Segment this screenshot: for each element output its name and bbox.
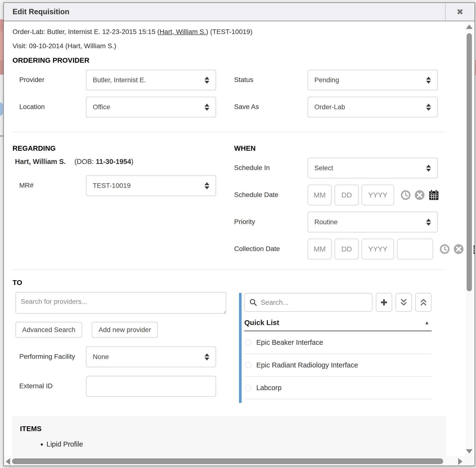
schedule-date-row: Schedule Date [234, 185, 446, 205]
dob-prefix: (DOB: [74, 158, 96, 165]
mr-label: MR# [13, 175, 86, 190]
clock-icon[interactable] [439, 244, 450, 254]
schedule-in-select[interactable]: Select [308, 158, 438, 178]
quick-list-search-input[interactable] [261, 298, 368, 307]
priority-row: Priority Routine [234, 212, 446, 233]
panel-accent-bar [239, 293, 242, 403]
status-row: Status Pending [234, 70, 446, 90]
radio-icon [245, 362, 252, 368]
select-arrows-icon [205, 104, 209, 111]
priority-label: Priority [234, 212, 308, 227]
provider-select[interactable]: Butler, Internist E. [86, 70, 216, 90]
provider-search-textarea[interactable] [15, 292, 226, 314]
schedule-date-year-input[interactable] [362, 185, 394, 205]
collection-date-year-input[interactable] [362, 239, 394, 259]
background-page-fragment [0, 19, 3, 31]
quick-list-search-box[interactable] [244, 293, 372, 312]
patient-link[interactable]: Hart, William S. [159, 28, 206, 35]
add-recipient-button[interactable] [376, 293, 392, 312]
priority-select[interactable]: Routine [308, 212, 438, 233]
save-as-label: Save As [234, 97, 308, 112]
quick-list-item[interactable]: Epic Radiant Radiology Interface [244, 354, 432, 377]
advanced-search-button[interactable]: Advanced Search [15, 322, 82, 338]
schedule-in-row: Schedule In Select [234, 158, 446, 178]
horizontal-scrollbar-thumb[interactable] [12, 458, 443, 464]
vertical-scrollbar[interactable] [465, 22, 474, 456]
dob-suffix: ) [131, 158, 133, 165]
dialog-title: Edit Requisition [4, 7, 69, 16]
performing-facility-select[interactable]: None [86, 347, 216, 367]
quick-list-panel: Quick List ▲ Epic Beaker Interface Epic … [239, 293, 432, 403]
quick-list-item-label: Labcorp [256, 384, 282, 392]
save-as-row: Save As Order-Lab [234, 97, 446, 117]
quick-list-item[interactable]: Epic Beaker Interface [244, 331, 432, 354]
schedule-date-month-input[interactable] [308, 185, 332, 205]
select-arrows-icon [205, 182, 209, 189]
save-as-select-value: Order-Lab [314, 103, 345, 111]
performing-facility-row: Performing Facility None [13, 347, 224, 367]
quick-list-header[interactable]: Quick List ▲ [244, 317, 432, 331]
collapse-section-icon[interactable]: ▲ [424, 320, 431, 325]
select-arrows-icon [426, 165, 431, 172]
order-summary-prefix: Order-Lab: Butler, Internist E. 12-23-20… [13, 28, 159, 35]
mr-select[interactable]: TEST-10019 [86, 175, 216, 196]
external-id-row: External ID [13, 376, 224, 397]
save-as-select[interactable]: Order-Lab [308, 97, 438, 117]
status-label: Status [234, 70, 308, 85]
quick-list-item-label: Epic Radiant Radiology Interface [256, 361, 358, 369]
clear-date-icon[interactable] [453, 244, 464, 254]
status-select[interactable]: Pending [308, 70, 438, 90]
provider-select-value: Butler, Internist E. [93, 76, 146, 84]
clock-icon[interactable] [400, 190, 411, 200]
double-chevron-up-icon [420, 298, 427, 307]
external-id-label: External ID [13, 376, 86, 391]
external-id-input[interactable] [86, 376, 216, 397]
background-page-fragment [0, 60, 3, 75]
order-summary-suffix: ) (TEST-10019) [206, 28, 252, 35]
regarding-heading: REGARDING [13, 145, 224, 152]
quick-list-item-label: Epic Beaker Interface [256, 338, 323, 347]
patient-dob-line: Hart, William S. (DOB: 11-30-1954) [15, 158, 224, 166]
collection-time-input[interactable] [397, 239, 433, 259]
select-arrows-icon [426, 104, 431, 111]
section-divider [13, 270, 446, 270]
search-icon [249, 298, 257, 307]
quick-list-item[interactable]: Labcorp [244, 377, 432, 399]
scroll-up-arrow-icon[interactable] [466, 25, 473, 29]
scroll-left-arrow-icon[interactable] [6, 458, 10, 465]
calendar-icon[interactable] [428, 189, 439, 201]
dob-value: 11-30-1954 [96, 158, 131, 165]
collection-date-row: Collection Date [234, 239, 446, 259]
background-page-fragment [0, 102, 3, 116]
items-section: ITEMS Lipid Profile [13, 416, 446, 456]
expand-all-button[interactable] [395, 293, 412, 312]
schedule-date-label: Schedule Date [234, 185, 308, 200]
scroll-down-arrow-icon[interactable] [466, 449, 473, 453]
performing-facility-select-value: None [93, 353, 109, 361]
location-label: Location [13, 97, 86, 112]
schedule-date-day-input[interactable] [335, 185, 359, 205]
when-heading: WHEN [234, 145, 446, 152]
edit-requisition-dialog: Edit Requisition ✖ Order-Lab: Butler, In… [3, 2, 475, 466]
add-new-provider-button[interactable]: Add new provider [92, 322, 158, 338]
vertical-scrollbar-thumb[interactable] [467, 33, 472, 291]
close-icon: ✖ [457, 7, 463, 17]
location-select[interactable]: Office [86, 97, 216, 117]
dialog-header: Edit Requisition ✖ [4, 3, 475, 21]
section-divider [13, 132, 446, 132]
mr-row: MR# TEST-10019 [13, 175, 224, 196]
quick-list-title: Quick List [244, 319, 279, 327]
scroll-right-arrow-icon[interactable] [458, 458, 462, 465]
radio-icon [245, 384, 252, 391]
select-arrows-icon [205, 353, 209, 361]
visit-summary-line: Visit: 09-10-2014 (Hart, William S.) [13, 42, 446, 50]
close-button[interactable]: ✖ [445, 3, 475, 21]
collapse-all-button[interactable] [415, 293, 432, 312]
background-page-fragment [0, 31, 3, 60]
order-summary-line: Order-Lab: Butler, Internist E. 12-23-20… [13, 28, 446, 36]
horizontal-scrollbar[interactable] [4, 456, 475, 466]
patient-name: Hart, William S. [15, 158, 66, 165]
collection-date-month-input[interactable] [308, 239, 332, 259]
clear-date-icon[interactable] [414, 190, 425, 200]
collection-date-day-input[interactable] [335, 239, 359, 259]
